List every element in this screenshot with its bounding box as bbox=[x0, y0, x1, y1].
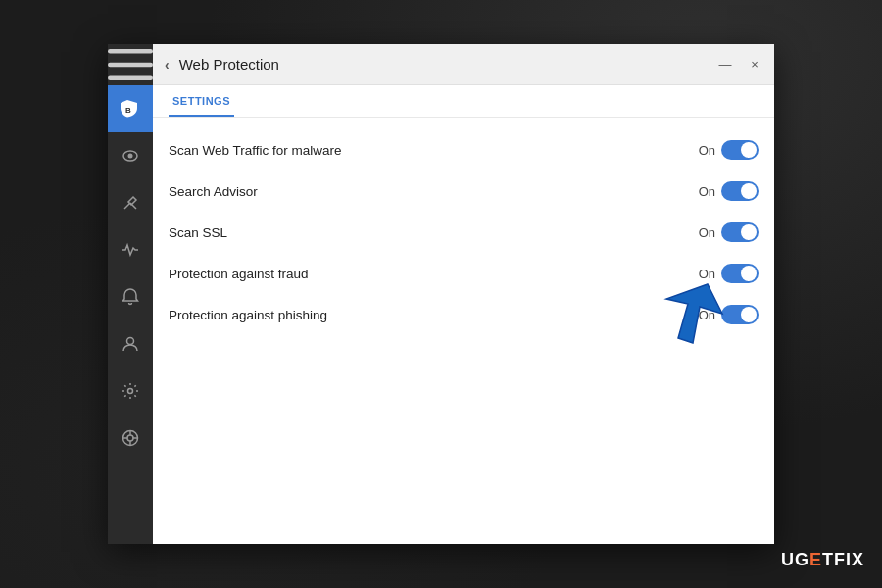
setting-row-protection-phishing: Protection against phishing On bbox=[169, 294, 759, 335]
setting-row-scan-web-traffic: Scan Web Traffic for malware On bbox=[169, 129, 759, 171]
window-controls: — × bbox=[717, 57, 762, 72]
bell-icon bbox=[121, 287, 140, 307]
sidebar-item-bell[interactable] bbox=[108, 273, 153, 320]
toggle-scan-web-traffic[interactable] bbox=[721, 140, 759, 160]
watermark-prefix: UG bbox=[781, 550, 809, 569]
titlebar: ‹ Web Protection — × bbox=[153, 44, 774, 85]
toggle-slider-search-advisor bbox=[721, 181, 759, 201]
sidebar-item-activity[interactable] bbox=[108, 226, 153, 273]
shield-icon: B bbox=[121, 99, 140, 119]
toggle-scan-ssl[interactable] bbox=[721, 222, 759, 242]
svg-rect-0 bbox=[108, 49, 153, 54]
sidebar-item-eye[interactable] bbox=[108, 132, 153, 179]
hamburger-button[interactable] bbox=[108, 44, 153, 85]
user-icon bbox=[121, 334, 140, 354]
gear-icon bbox=[121, 381, 140, 401]
watermark-suffix: TFIX bbox=[822, 550, 864, 569]
setting-control-protection-fraud: On bbox=[699, 264, 759, 283]
back-button[interactable]: ‹ bbox=[165, 57, 170, 73]
setting-status-scan-ssl: On bbox=[699, 225, 715, 240]
setting-row-protection-fraud: Protection against fraud On bbox=[169, 253, 759, 294]
watermark-highlight: E bbox=[809, 550, 822, 569]
sidebar: B bbox=[108, 44, 153, 544]
tab-settings[interactable]: SETTINGS bbox=[169, 85, 234, 117]
setting-label-protection-phishing: Protection against phishing bbox=[169, 308, 327, 322]
toggle-slider-protection-phishing bbox=[721, 305, 759, 324]
setting-status-search-advisor: On bbox=[699, 184, 715, 199]
help-icon bbox=[121, 428, 140, 448]
svg-rect-2 bbox=[108, 76, 153, 81]
setting-label-search-advisor: Search Advisor bbox=[169, 184, 258, 199]
toggle-slider-scan-web-traffic bbox=[721, 140, 759, 160]
sidebar-item-shield[interactable]: B bbox=[108, 85, 153, 132]
setting-row-search-advisor: Search Advisor On bbox=[169, 171, 759, 212]
toggle-protection-phishing[interactable] bbox=[721, 305, 759, 324]
svg-point-11 bbox=[127, 435, 133, 441]
svg-point-5 bbox=[128, 154, 133, 159]
setting-label-scan-web-traffic: Scan Web Traffic for malware bbox=[169, 143, 342, 158]
sidebar-item-gear[interactable] bbox=[108, 368, 153, 415]
setting-status-scan-web-traffic: On bbox=[699, 143, 715, 158]
hamburger-icon bbox=[108, 42, 153, 87]
sidebar-item-help[interactable] bbox=[108, 415, 153, 462]
settings-list: Scan Web Traffic for malware On Search A… bbox=[153, 118, 774, 544]
setting-control-search-advisor: On bbox=[699, 181, 759, 201]
activity-icon bbox=[121, 240, 140, 260]
main-window: B bbox=[108, 44, 774, 544]
close-button[interactable]: × bbox=[747, 57, 762, 72]
minimize-button[interactable]: — bbox=[717, 57, 733, 72]
setting-label-scan-ssl: Scan SSL bbox=[169, 225, 227, 240]
setting-control-protection-phishing: On bbox=[699, 305, 759, 324]
watermark: UGETFIX bbox=[781, 550, 864, 570]
svg-text:B: B bbox=[125, 106, 131, 115]
toggle-search-advisor[interactable] bbox=[721, 181, 759, 201]
setting-status-protection-phishing: On bbox=[699, 308, 715, 322]
toggle-protection-fraud[interactable] bbox=[721, 264, 759, 283]
sidebar-item-user[interactable] bbox=[108, 320, 153, 368]
svg-point-9 bbox=[128, 389, 133, 394]
setting-label-protection-fraud: Protection against fraud bbox=[169, 267, 309, 281]
toggle-slider-protection-fraud bbox=[721, 264, 759, 283]
tools-icon bbox=[121, 193, 140, 213]
window-title: Web Protection bbox=[179, 56, 717, 73]
svg-point-8 bbox=[127, 338, 134, 345]
eye-icon bbox=[121, 146, 140, 166]
setting-control-scan-web-traffic: On bbox=[699, 140, 759, 160]
toggle-slider-scan-ssl bbox=[721, 222, 759, 242]
sidebar-item-tools[interactable] bbox=[108, 179, 153, 226]
setting-control-scan-ssl: On bbox=[699, 222, 759, 242]
svg-rect-1 bbox=[108, 63, 153, 68]
tabs-bar: SETTINGS bbox=[153, 85, 774, 118]
setting-status-protection-fraud: On bbox=[699, 267, 715, 281]
main-content: ‹ Web Protection — × SETTINGS Scan Web T… bbox=[153, 44, 774, 544]
setting-row-scan-ssl: Scan SSL On bbox=[169, 212, 759, 253]
